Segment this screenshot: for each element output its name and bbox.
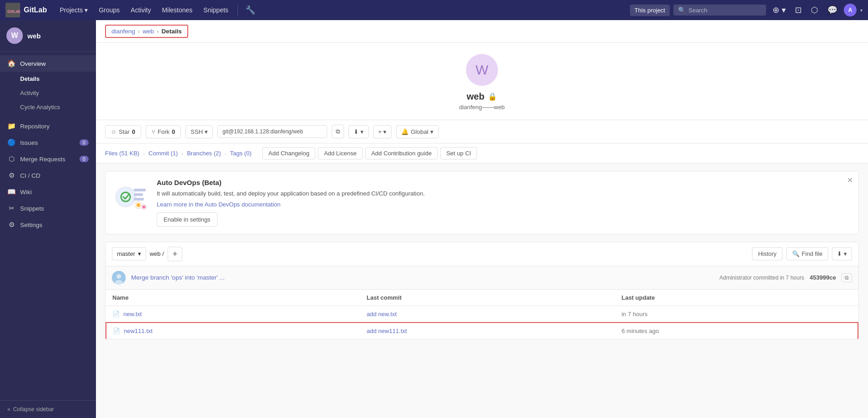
new-item-button[interactable]: ⊕ ▾ [770,3,789,17]
add-license-button[interactable]: Add License [318,147,363,159]
commit-hash[interactable]: 453999ce [810,274,836,281]
file-link-new111-txt[interactable]: new111.txt [124,328,153,334]
setup-ci-button[interactable]: Set up CI [440,147,477,159]
nav-snippets[interactable]: Snippets [198,0,233,20]
sidebar: W web 🏠 Overview Details Activity Cycle … [0,20,96,418]
tab-branches[interactable]: Branches (2) [187,150,221,157]
tab-files[interactable]: Files (51 KB) [105,150,139,157]
sidebar-issues-label: Issues [20,139,38,146]
issues-icon: 🔵 [7,138,16,147]
fork-button[interactable]: ⑂ Fork 0 [146,125,181,138]
collapse-sidebar-button[interactable]: « Collapse sidebar [0,400,96,418]
add-file-button[interactable]: + [168,247,183,261]
ssh-selector[interactable]: SSH ▾ [185,125,213,138]
svg-rect-6 [134,198,144,201]
ssh-dropdown-icon: ▾ [205,128,208,135]
enable-in-settings-button[interactable]: Enable in settings [157,212,217,227]
file-icon-highlighted: 📄 [113,328,120,334]
sidebar-item-repository[interactable]: 📁 Repository [0,118,96,134]
file-last-commit-highlighted: add new111.txt [360,323,615,339]
breadcrumb-sep-2: › [157,28,159,35]
svg-text:GitLab: GitLab [7,9,20,14]
notification-button[interactable]: 🔔 Global ▾ [396,125,439,138]
sidebar-item-merge-requests[interactable]: ⬡ Merge Requests 0 [0,151,96,167]
sidebar-merge-requests-label: Merge Requests [20,156,65,163]
add-changelog-button[interactable]: Add Changelog [262,147,315,159]
download-button[interactable]: ⬇ ▾ [349,125,369,138]
lock-icon: 🔒 [488,92,497,101]
ssh-label: SSH [191,128,203,135]
learn-more-link-text: Auto DevOps documentation [205,201,281,208]
file-link-new-txt[interactable]: new.txt [123,311,142,317]
terminal-button[interactable]: ⊡ [792,3,804,17]
svg-point-8 [137,203,140,207]
logo-area[interactable]: GitLab GitLab [5,3,47,17]
commit-meta: Administrator committed in 7 hours [720,275,804,281]
add-button[interactable]: + ▾ [373,125,392,138]
file-last-update-new-txt: in 7 hours [615,306,858,323]
sidebar-snippets-label: Snippets [20,205,44,212]
auto-devops-learn-more-link[interactable]: Learn more in the Auto DevOps documentat… [157,201,851,208]
commit-message[interactable]: Merge branch 'ops' into 'master' ... [131,274,714,281]
search-icon: 🔍 [792,250,799,257]
sidebar-sub-activity[interactable]: Activity [0,86,96,100]
global-label: Global [411,128,429,135]
clone-url-input[interactable] [217,125,327,138]
logo-image: GitLab [5,3,20,17]
history-button[interactable]: History [752,247,782,260]
add-contribution-button[interactable]: Add Contribution guide [365,147,438,159]
page-layout: W web 🏠 Overview Details Activity Cycle … [0,20,868,418]
main-content: dianfeng › web › Details W web 🔒 dianfen… [96,20,868,418]
breadcrumb-dianfeng[interactable]: dianfeng [111,28,135,35]
copy-commit-hash-button[interactable]: ⧉ [842,273,852,282]
project-title-row: web 🔒 [105,91,859,102]
collapse-icon: « [7,406,11,413]
banner-close-button[interactable]: ✕ [847,176,853,185]
col-last-commit: Last commit [360,290,615,306]
user-avatar[interactable]: A [844,4,857,16]
tab-tags[interactable]: Tags (0) [230,150,252,157]
action-buttons-row: ☆ Star 0 ⑂ Fork 0 SSH ▾ ⧉ ⬇ ▾ + ▾ 🔔 Glob… [96,120,868,143]
sidebar-item-snippets[interactable]: ✂ Snippets [0,200,96,217]
bell-icon: 🔔 [401,128,409,135]
settings-icon: ⚙ [7,221,16,229]
sidebar-item-issues[interactable]: 🔵 Issues 0 [0,134,96,151]
file-table: Name Last commit Last update 📄 new.txt [106,290,858,339]
copy-url-button[interactable]: ⧉ [332,125,344,138]
sidebar-repository-label: Repository [20,123,50,130]
search-area: 🔍 [673,5,766,16]
sidebar-sub-cycle-analytics[interactable]: Cycle Analytics [0,100,96,114]
branch-selector[interactable]: master ▾ [112,247,146,260]
project-avatar: W [466,54,498,86]
download-repo-button[interactable]: ⬇ ▾ [832,247,852,260]
svg-point-2 [116,187,136,207]
this-project-button[interactable]: This project [630,5,670,16]
breadcrumb-web[interactable]: web [143,28,154,35]
commit-link-new111-txt[interactable]: add new111.txt [366,328,407,334]
nav-links: Projects ▾ Groups Activity Milestones Sn… [54,0,234,20]
nav-activity[interactable]: Activity [125,0,156,20]
repository-browser: master ▾ web / + History 🔍 Find file ⬇ ▾ [105,242,859,339]
sidebar-item-settings[interactable]: ⚙ Settings [0,217,96,233]
star-button[interactable]: ☆ Star 0 [105,125,141,138]
sidebar-item-ci-cd[interactable]: ⚙ CI / CD [0,167,96,184]
tab-commit[interactable]: Commit (1) [148,150,178,157]
find-file-button[interactable]: 🔍 Find file [786,247,829,260]
nav-milestones[interactable]: Milestones [156,0,198,20]
overview-icon: 🏠 [7,59,16,68]
sidebar-item-wiki[interactable]: 📖 Wiki [0,184,96,200]
sidebar-settings-label: Settings [20,222,42,228]
file-table-header: Name Last commit Last update [106,290,858,306]
branch-path: web / [150,250,164,257]
nav-projects[interactable]: Projects ▾ [54,0,93,20]
search-input[interactable] [688,7,762,14]
issues-button[interactable]: 💬 [825,3,840,17]
nav-groups[interactable]: Groups [93,0,125,20]
sidebar-project-name: web [27,32,41,40]
merge-request-button[interactable]: ⬡ [808,3,821,17]
breadcrumb: dianfeng › web › Details [105,25,188,38]
col-name: Name [106,290,360,306]
sidebar-item-overview[interactable]: 🏠 Overview [0,55,96,72]
commit-link-new-txt[interactable]: add new.txt [366,311,397,317]
sidebar-sub-details[interactable]: Details [0,72,96,86]
